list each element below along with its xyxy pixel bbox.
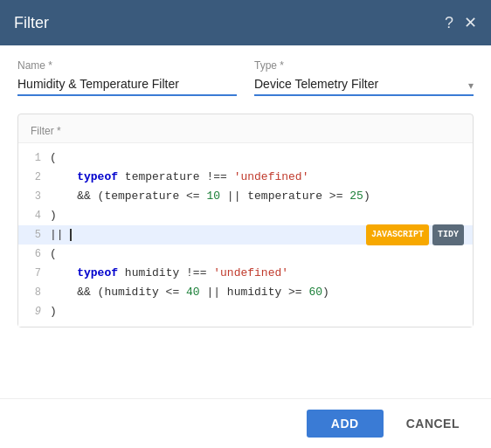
chevron-down-icon[interactable]: ▾ — [468, 79, 474, 92]
line-num-4: 4 — [18, 206, 50, 225]
code-line-7: 7 typeof humidity !== 'undefined' — [18, 264, 473, 283]
form-row: Name * Humidity & Temperature Filter Typ… — [17, 59, 474, 96]
modal-body: Name * Humidity & Temperature Filter Typ… — [0, 45, 491, 398]
name-label: Name * — [17, 59, 237, 72]
code-line-6: 6 ( — [18, 245, 473, 264]
line-content-2: typeof temperature !== 'undefined' — [50, 168, 473, 187]
code-editor[interactable]: 1 ( 2 typeof temperature !== 'undefined'… — [18, 142, 473, 327]
type-value[interactable]: Device Telemetry Filter — [254, 75, 474, 96]
close-icon[interactable]: ✕ — [464, 13, 477, 32]
line-num-3: 3 — [18, 187, 50, 206]
type-select-wrapper: Device Telemetry Filter ▾ — [254, 75, 474, 96]
filter-label: Filter * — [31, 125, 473, 137]
name-field: Name * Humidity & Temperature Filter — [17, 59, 237, 96]
code-line-1: 1 ( — [18, 148, 473, 168]
line-content-6: ( — [50, 245, 473, 264]
cancel-button[interactable]: CANCEL — [392, 410, 474, 438]
type-label: Type * — [254, 59, 474, 72]
line-num-5: 5 — [18, 225, 50, 245]
line-num-8: 8 — [18, 283, 50, 302]
filter-section: Filter * 1 ( 2 typeof temperature !== 'u… — [17, 114, 474, 327]
line-content-9: ) — [50, 302, 473, 321]
line-content-4: ) — [50, 206, 473, 225]
badge-row: JAVASCRIPT TIDY — [366, 224, 464, 245]
javascript-badge[interactable]: JAVASCRIPT — [366, 224, 429, 245]
header-actions: ? ✕ — [445, 13, 477, 32]
filter-modal: Filter ? ✕ Name * Humidity & Temperature… — [0, 0, 491, 448]
name-value[interactable]: Humidity & Temperature Filter — [17, 75, 237, 96]
line-num-2: 2 — [18, 168, 50, 187]
modal-title: Filter — [14, 14, 49, 32]
line-num-9: 9 — [18, 302, 50, 321]
tidy-badge[interactable]: TIDY — [432, 224, 464, 245]
help-icon[interactable]: ? — [445, 14, 453, 32]
type-field: Type * Device Telemetry Filter ▾ — [254, 59, 474, 96]
line-content-3: && (temperature <= 10 || temperature >= … — [50, 187, 473, 206]
line-num-6: 6 — [18, 245, 50, 264]
code-line-2: 2 typeof temperature !== 'undefined' — [18, 168, 473, 187]
line-num-1: 1 — [18, 148, 50, 168]
code-line-9: 9 ) — [18, 302, 473, 321]
code-line-4: 4 ) — [18, 206, 473, 225]
line-content-8: && (humidity <= 40 || humidity >= 60) — [50, 283, 473, 302]
line-content-1: ( — [50, 148, 473, 168]
code-line-3: 3 && (temperature <= 10 || temperature >… — [18, 187, 473, 206]
modal-header: Filter ? ✕ — [0, 0, 491, 45]
add-button[interactable]: ADD — [307, 410, 384, 438]
line-num-7: 7 — [18, 264, 50, 283]
code-line-5: 5 || JAVASCRIPT TIDY — [18, 225, 473, 245]
modal-footer: ADD CANCEL — [0, 398, 491, 448]
line-content-7: typeof humidity !== 'undefined' — [50, 264, 473, 283]
code-line-8: 8 && (humidity <= 40 || humidity >= 60) — [18, 283, 473, 302]
